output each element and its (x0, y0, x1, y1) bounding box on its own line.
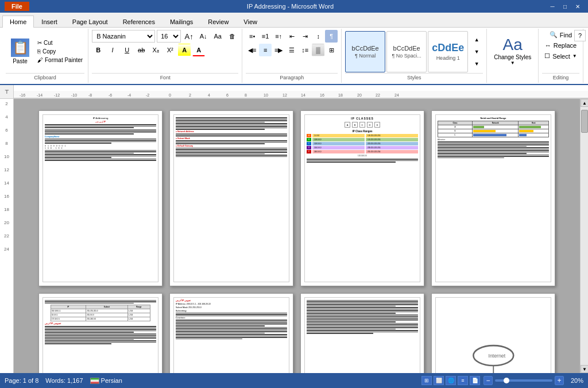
numbered-list-button[interactable]: ≡1 (259, 30, 272, 43)
document-page-1[interactable]: IP Addressing آدرس دهی IP CompanyName (38, 110, 163, 286)
document-page-8[interactable]: Internet Router Switch (431, 293, 555, 373)
superscript-button[interactable]: X² (164, 44, 176, 56)
font-color-button[interactable]: A (192, 44, 205, 56)
copy-button[interactable]: ⎘ Copy (36, 48, 84, 55)
scroll-down-button[interactable]: ▼ (581, 365, 588, 373)
align-center-button[interactable]: ≡ (259, 44, 272, 56)
tab-view[interactable]: View (236, 16, 265, 28)
zoom-in-button[interactable]: + (555, 376, 564, 385)
styles-scroll-down[interactable]: ▼ (470, 47, 483, 57)
style-normal-button[interactable]: bCcDdEe ¶ Normal (345, 31, 385, 72)
change-case-button[interactable]: Aa (211, 30, 224, 43)
underline-button[interactable]: U (121, 44, 133, 56)
document-page-3[interactable]: IP CLASSES A B C D E IP Class Ranges A 1… (300, 110, 424, 286)
tab-review[interactable]: Review (200, 16, 236, 28)
paste-button[interactable]: 📋 Paste (6, 30, 34, 73)
full-screen-button[interactable]: ⬜ (434, 376, 444, 385)
tab-page-layout[interactable]: Page Layout (65, 16, 115, 28)
tab-references[interactable]: References (115, 16, 163, 28)
svg-text:10: 10 (264, 93, 268, 97)
document-page-7[interactable] (300, 293, 424, 373)
zoom-slider-container: − + (483, 376, 564, 385)
tab-home[interactable]: Home (2, 16, 34, 28)
style-no-spacing-button[interactable]: bCcDdEe ¶ No Spaci... (386, 31, 427, 72)
document-page-2[interactable]: ● Network Address ● Subnet Mask ● Defaul… (169, 110, 293, 286)
scroll-thumb[interactable] (581, 110, 588, 133)
language-indicator[interactable]: Persian (90, 377, 122, 384)
clipboard-content: 📋 Paste ✂ Cut ⎘ Copy 🖌 Format Painter (6, 30, 84, 73)
font-size-select[interactable]: 16 (157, 30, 181, 43)
draft-button[interactable]: 📄 (470, 376, 480, 385)
cut-button[interactable]: ✂ Cut (36, 39, 84, 47)
scroll-track[interactable] (581, 107, 588, 365)
format-painter-icon: 🖌 (37, 57, 43, 63)
borders-button[interactable]: ⊞ (325, 44, 338, 56)
decrease-font-button[interactable]: A↓ (197, 30, 210, 43)
page-1-content: IP Addressing آدرس دهی IP CompanyName (42, 114, 158, 282)
select-button[interactable]: ☐ Select ▼ (542, 51, 579, 61)
document-area[interactable]: IP Addressing آدرس دهی IP CompanyName (14, 99, 580, 373)
decrease-indent-button[interactable]: ⇤ (285, 30, 298, 43)
styles-more[interactable]: ▼ (470, 59, 483, 69)
ribbon-help-button[interactable]: ? (574, 30, 586, 41)
language-label: Persian (101, 377, 122, 384)
editing-label: Editing (542, 73, 579, 82)
multilevel-list-button[interactable]: ≡↑ (272, 30, 285, 43)
text-highlight-button[interactable]: A (178, 44, 191, 56)
scroll-up-button[interactable]: ▲ (581, 99, 588, 107)
ribbon: 📋 Paste ✂ Cut ⎘ Copy 🖌 Format Painter Cl… (0, 28, 588, 85)
page-4-content: Netid and Hostid Range Class Network Hos… (435, 114, 551, 282)
print-layout-button[interactable]: ⊞ (421, 376, 432, 385)
shading-button[interactable]: ▒ (312, 44, 324, 56)
bullet-list-button[interactable]: ≡• (246, 30, 258, 43)
find-button[interactable]: 🔍 Find (547, 30, 574, 40)
justify-button[interactable]: ☰ (285, 44, 298, 56)
italic-button[interactable]: I (106, 44, 119, 56)
show-marks-button[interactable]: ¶ (325, 30, 338, 43)
paragraph-label: Paragraph (246, 73, 338, 82)
sort-button[interactable]: ↕ (312, 30, 324, 43)
tab-insert[interactable]: Insert (34, 16, 65, 28)
svg-text:-16: -16 (20, 93, 25, 97)
line-spacing-button[interactable]: ↕≡ (299, 44, 311, 56)
document-page-5[interactable]: IP Subnet Range 192.168.1.1 255.255.255.… (38, 293, 163, 373)
replace-button[interactable]: ↔ Replace (543, 41, 579, 50)
align-right-button[interactable]: ≡▶ (272, 44, 285, 56)
font-family-select[interactable]: B Nazanin (92, 30, 155, 43)
right-scrollbar[interactable]: ▲ ▼ (580, 99, 588, 373)
zoom-out-button[interactable]: − (483, 376, 493, 385)
horizontal-ruler[interactable]: -16 -14 -12 -10 -8 -6 -4 -2 0 2 4 6 8 10… (14, 85, 588, 98)
styles-scroll-up[interactable]: ▲ (470, 34, 483, 45)
web-layout-button[interactable]: 🌐 (446, 376, 456, 385)
restore-button[interactable]: □ (559, 2, 571, 11)
svg-text:-12: -12 (54, 93, 60, 97)
clear-formatting-button[interactable]: 🗑 (226, 30, 238, 43)
font-row-1: B Nazanin 16 A↑ A↓ Aa 🗑 (92, 30, 238, 43)
zoom-thumb[interactable] (504, 378, 509, 383)
font-content: B Nazanin 16 A↑ A↓ Aa 🗑 B I U ab X₂ X² A… (92, 30, 238, 73)
document-page-6[interactable]: آدرس IP عمومی IP Address: 200.10.5.1 - 2… (169, 293, 293, 373)
increase-font-button[interactable]: A↑ (183, 30, 195, 43)
tab-mailings[interactable]: Mailings (163, 16, 200, 28)
increase-indent-button[interactable]: ⇥ (299, 30, 311, 43)
change-styles-button[interactable]: Aa Change Styles ▼ (490, 30, 535, 71)
outline-button[interactable]: ≡ (458, 376, 468, 385)
page-7-content (304, 297, 420, 373)
window-controls: ─ □ ✕ (547, 2, 583, 11)
align-left-button[interactable]: ◀≡ (246, 44, 258, 56)
format-painter-button[interactable]: 🖌 Format Painter (36, 56, 84, 64)
bold-button[interactable]: B (92, 44, 105, 56)
ruler-corner[interactable]: ⊤ (0, 85, 14, 99)
para-row-2: ◀≡ ≡ ≡▶ ☰ ↕≡ ▒ ⊞ (246, 44, 338, 56)
strikethrough-button[interactable]: ab (135, 44, 148, 56)
styles-scroll: ▲ ▼ ▼ (470, 34, 483, 69)
zoom-slider[interactable] (495, 379, 552, 382)
svg-text:Internet: Internet (488, 353, 505, 359)
file-tab[interactable]: File (5, 2, 29, 11)
document-page-4[interactable]: Netid and Hostid Range Class Network Hos… (431, 110, 555, 286)
close-button[interactable]: ✕ (572, 2, 583, 11)
subscript-button[interactable]: X₂ (149, 44, 162, 56)
page-6-content: آدرس IP عمومی IP Address: 200.10.5.1 - 2… (173, 297, 289, 373)
minimize-button[interactable]: ─ (547, 2, 558, 11)
style-heading1-button[interactable]: cDdEe Heading 1 (428, 31, 468, 72)
